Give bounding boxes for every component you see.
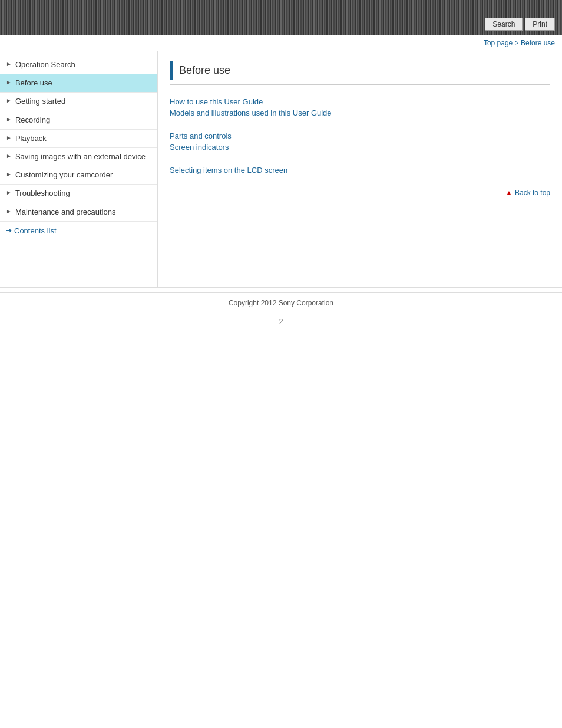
arrow-icon: ► [6, 153, 12, 159]
links-section-2: Parts and controls Screen indicators [170, 131, 550, 151]
header-buttons: Search Print [485, 18, 555, 31]
breadcrumb-text: Top page > Before use [484, 39, 555, 47]
contents-list-label: Contents list [14, 226, 57, 235]
screen-indicators-link[interactable]: Screen indicators [170, 143, 550, 151]
contents-list-arrow-icon: ➔ [6, 226, 12, 235]
content-area: Before use How to use this User Guide Mo… [158, 51, 562, 287]
sidebar-item-getting-started[interactable]: ► Getting started [0, 93, 157, 111]
sidebar-item-label: Operation Search [15, 60, 75, 70]
sidebar-item-operation-search[interactable]: ► Operation Search [0, 56, 157, 74]
arrow-icon: ► [6, 116, 12, 123]
print-button[interactable]: Print [525, 18, 555, 31]
arrow-icon: ► [6, 171, 12, 177]
parts-controls-link[interactable]: Parts and controls [170, 131, 550, 140]
back-to-top-link[interactable]: ▲Back to top [505, 189, 550, 197]
arrow-icon: ► [6, 61, 12, 67]
sidebar-item-maintenance[interactable]: ► Maintenance and precautions [0, 203, 157, 222]
sidebar-item-label: Recording [15, 115, 50, 126]
breadcrumb-current: Before use [521, 39, 555, 47]
sidebar-item-label: Playback [15, 133, 47, 144]
arrow-icon: ► [6, 79, 12, 85]
sidebar: ► Operation Search ► Before use ► Gettin… [0, 51, 158, 287]
arrow-icon: ► [6, 189, 12, 196]
page-title-indicator [170, 61, 173, 80]
sidebar-item-label: Before use [15, 78, 52, 88]
contents-list-link[interactable]: ➔ Contents list [0, 222, 157, 240]
links-section-1: How to use this User Guide Models and il… [170, 97, 550, 117]
page-number: 2 [0, 313, 562, 331]
header: Search Print [0, 0, 562, 35]
back-to-top-label: Back to top [515, 189, 550, 197]
breadcrumb-top-link[interactable]: Top page [484, 39, 513, 47]
copyright-text: Copyright 2012 Sony Corporation [229, 299, 333, 307]
arrow-icon: ► [6, 97, 12, 104]
sidebar-item-playback[interactable]: ► Playback [0, 130, 157, 148]
page-title-bar: Before use [170, 61, 550, 85]
sidebar-item-recording[interactable]: ► Recording [0, 111, 157, 130]
main-container: ► Operation Search ► Before use ► Gettin… [0, 51, 562, 287]
footer-divider [0, 287, 562, 288]
links-section-3: Selecting items on the LCD screen [170, 166, 550, 174]
breadcrumb-separator: > [513, 39, 521, 47]
back-to-top: ▲Back to top [170, 189, 550, 197]
sidebar-item-label: Getting started [15, 96, 65, 107]
sidebar-item-label: Customizing your camcorder [15, 170, 113, 180]
sidebar-item-saving-images[interactable]: ► Saving images with an external device [0, 148, 157, 166]
footer: Copyright 2012 Sony Corporation [0, 292, 562, 313]
sidebar-item-label: Saving images with an external device [15, 151, 146, 162]
breadcrumb: Top page > Before use [0, 35, 562, 51]
sidebar-item-label: Troubleshooting [15, 188, 70, 199]
sidebar-item-label: Maintenance and precautions [15, 207, 116, 218]
arrow-icon: ► [6, 134, 12, 141]
page-title: Before use [179, 64, 230, 77]
sidebar-item-before-use[interactable]: ► Before use [0, 74, 157, 93]
selecting-items-link[interactable]: Selecting items on the LCD screen [170, 166, 550, 174]
sidebar-item-troubleshooting[interactable]: ► Troubleshooting [0, 185, 157, 203]
sidebar-item-customizing[interactable]: ► Customizing your camcorder [0, 166, 157, 185]
arrow-icon: ► [6, 208, 12, 215]
how-to-use-link[interactable]: How to use this User Guide [170, 97, 550, 106]
search-button[interactable]: Search [485, 18, 523, 31]
models-illustrations-link[interactable]: Models and illustrations used in this Us… [170, 108, 550, 117]
back-to-top-icon: ▲ [505, 189, 513, 197]
